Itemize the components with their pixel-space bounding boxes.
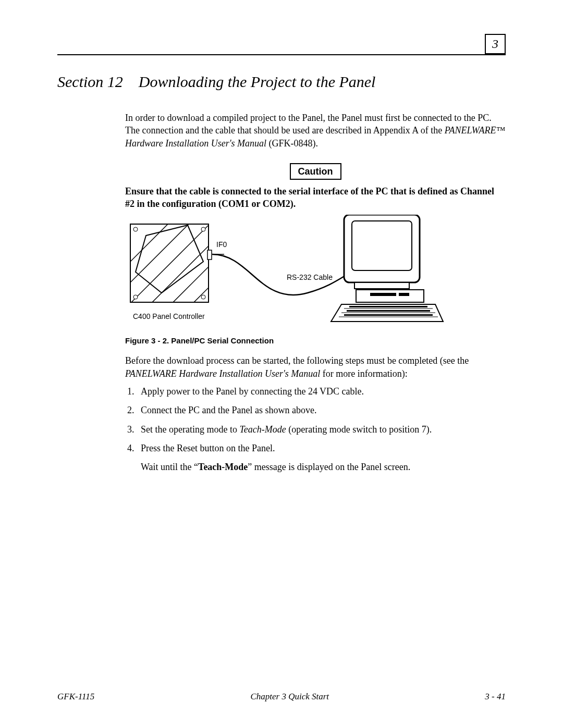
chapter-number: 3 xyxy=(492,37,498,51)
svg-rect-17 xyxy=(354,282,409,289)
step-2: Connect the PC and the Panel as shown ab… xyxy=(137,404,506,416)
caution-text: Ensure that the cable is connected to th… xyxy=(125,185,506,211)
body-content: In order to download a compiled project … xyxy=(125,112,506,473)
step-3-suffix: (operating mode switch to position 7). xyxy=(286,424,432,435)
footer-doc-number: GFK-1115 xyxy=(57,692,94,702)
keyboard-icon xyxy=(331,304,443,322)
if0-port-icon xyxy=(207,250,212,260)
figure-caption: Figure 3 - 2. Panel/PC Serial Connection xyxy=(125,336,506,346)
intro-paragraph: In order to download a compiled project … xyxy=(125,112,506,150)
step-1-text: Apply power to the Panel by connecting t… xyxy=(141,386,364,397)
svg-rect-16 xyxy=(352,221,412,270)
step-4: Press the Reset button on the Panel. Wai… xyxy=(137,442,506,474)
section-number: Section 12 xyxy=(57,73,123,90)
step-3-italic: Teach-Mode xyxy=(239,424,286,435)
footer-chapter-title: Chapter 3 Quick Start xyxy=(250,692,329,702)
svg-point-11 xyxy=(201,227,205,231)
svg-point-12 xyxy=(133,295,138,299)
c400-controller-label: C400 Panel Controller xyxy=(133,312,205,320)
step-4-wait-bold: Teach-Mode xyxy=(198,462,248,472)
svg-point-10 xyxy=(133,227,138,231)
step-2-text: Connect the PC and the Panel as shown ab… xyxy=(141,405,316,415)
step-3-prefix: Set the operating mode to xyxy=(141,424,239,435)
svg-rect-19 xyxy=(370,293,396,296)
rs232-cable-label: RS-232 Cable xyxy=(287,273,333,281)
svg-rect-26 xyxy=(347,310,430,312)
caution-label: Caution xyxy=(298,166,333,177)
step-4-wait-suffix: ” message is displayed on the Panel scre… xyxy=(248,462,410,472)
before-steps-suffix: for more information): xyxy=(320,368,407,379)
before-steps-paragraph: Before the download process can be start… xyxy=(125,354,506,380)
step-3: Set the operating mode to Teach-Mode (op… xyxy=(137,423,506,436)
step-4-text: Press the Reset button on the Panel. xyxy=(141,443,275,453)
svg-point-13 xyxy=(201,295,205,299)
caution-label-box: Caution xyxy=(290,163,341,180)
header-rule xyxy=(57,54,506,55)
section-heading-text: Downloading the Project to the Panel xyxy=(139,73,376,90)
intro-text-1: In order to download a compiled project … xyxy=(125,113,492,135)
step-4-wait: Wait until the “Teach-Mode” message is d… xyxy=(141,461,506,473)
figure-panel-pc-connection: IF0 RS-232 Cable xyxy=(125,215,506,332)
chapter-number-box: 3 xyxy=(485,34,506,54)
page-footer: GFK-1115 Chapter 3 Quick Start 3 - 41 xyxy=(57,692,506,702)
section-title: Section 12 Downloading the Project to th… xyxy=(57,73,506,91)
before-steps-doc-ref: PANELWARE Hardware Installation User's M… xyxy=(125,368,320,379)
svg-rect-0 xyxy=(130,224,209,302)
pc-monitor-icon xyxy=(344,215,424,302)
before-steps-prefix: Before the download process can be start… xyxy=(125,355,469,366)
if0-label: IF0 xyxy=(216,240,227,249)
step-4-wait-prefix: Wait until the “ xyxy=(141,462,198,472)
svg-rect-20 xyxy=(399,293,409,296)
caution-block: Caution xyxy=(125,154,506,185)
steps-list: Apply power to the Panel by connecting t… xyxy=(125,385,506,473)
step-1: Apply power to the Panel by connecting t… xyxy=(137,385,506,398)
svg-rect-27 xyxy=(344,314,433,316)
svg-rect-25 xyxy=(349,306,427,307)
footer-page-number: 3 - 41 xyxy=(485,692,506,702)
figure-svg: IF0 RS-232 Cable xyxy=(125,215,448,329)
intro-doc-suffix: (GFK-0848). xyxy=(266,138,318,149)
